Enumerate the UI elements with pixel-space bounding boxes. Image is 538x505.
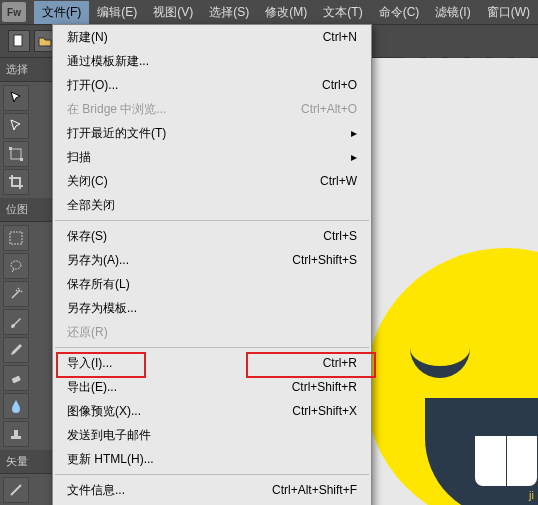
menu-file[interactable]: 文件(F) [34,1,89,24]
svg-point-5 [11,261,21,269]
menu-open[interactable]: 打开(O)...Ctrl+O [53,73,371,97]
svg-rect-2 [9,147,12,150]
svg-rect-0 [14,35,22,46]
section-bitmap-label: 位图 [0,198,59,222]
menu-modify[interactable]: 修改(M) [257,1,315,24]
pencil-tool-icon[interactable] [3,337,29,363]
svg-rect-4 [10,232,22,244]
menu-email[interactable]: 发送到电子邮件 [53,423,371,447]
eraser-tool-icon[interactable] [3,365,29,391]
svg-rect-7 [11,436,21,439]
menu-update-html[interactable]: 更新 HTML(H)... [53,447,371,471]
menu-view[interactable]: 视图(V) [145,1,201,24]
menu-bridge[interactable]: 在 Bridge 中浏览...Ctrl+Alt+O [53,97,371,121]
toolbar-new-icon[interactable] [8,30,30,52]
menu-image-preview[interactable]: 图像预览(X)...Ctrl+Shift+X [53,399,371,423]
section-vector-label: 矢量 [0,450,59,474]
menu-save-all[interactable]: 保存所有(L) [53,272,371,296]
file-menu-dropdown: 新建(N)Ctrl+N 通过模板新建... 打开(O)...Ctrl+O 在 B… [52,24,372,505]
menu-text[interactable]: 文本(T) [315,1,370,24]
menu-import[interactable]: 导入(I)...Ctrl+R [53,351,371,375]
wand-tool-icon[interactable] [3,281,29,307]
menu-close[interactable]: 关闭(C)Ctrl+W [53,169,371,193]
tools-panel: 选择 位图 矢量 T Web 颜色 [0,58,60,505]
menu-separator [55,347,369,348]
menubar: Fw 文件(F) 编辑(E) 视图(V) 选择(S) 修改(M) 文本(T) 命… [0,0,538,24]
svg-rect-6 [12,375,21,383]
stamp-tool-icon[interactable] [3,421,29,447]
menu-select[interactable]: 选择(S) [201,1,257,24]
menu-save-template[interactable]: 另存为模板... [53,296,371,320]
app-logo: Fw [2,2,26,22]
menu-new-template[interactable]: 通过模板新建... [53,49,371,73]
marquee-tool-icon[interactable] [3,225,29,251]
crop-tool-icon[interactable] [3,169,29,195]
menu-new[interactable]: 新建(N)Ctrl+N [53,25,371,49]
subselect-tool-icon[interactable] [3,113,29,139]
line-tool-icon[interactable] [3,477,29,503]
smiley-illustration [365,248,538,505]
menu-recent[interactable]: 打开最近的文件(T)▸ [53,121,371,145]
svg-line-9 [11,485,21,495]
menu-export[interactable]: 导出(E)...Ctrl+Shift+R [53,375,371,399]
menu-save-as[interactable]: 另存为(A)...Ctrl+Shift+S [53,248,371,272]
lasso-tool-icon[interactable] [3,253,29,279]
menu-close-all[interactable]: 全部关闭 [53,193,371,217]
menu-command[interactable]: 命令(C) [371,1,428,24]
svg-rect-3 [20,158,23,161]
menu-separator [55,474,369,475]
menu-window[interactable]: 窗口(W) [479,1,538,24]
menu-scan[interactable]: 扫描▸ [53,145,371,169]
blur-tool-icon[interactable] [3,393,29,419]
submenu-arrow-icon: ▸ [351,150,357,164]
menu-file-info[interactable]: 文件信息...Ctrl+Alt+Shift+F [53,478,371,502]
menu-revert[interactable]: 还原(R) [53,320,371,344]
menu-filter[interactable]: 滤镜(I) [427,1,478,24]
svg-rect-1 [11,149,21,159]
watermark-sub: ji [529,489,534,501]
pointer-tool-icon[interactable] [3,85,29,111]
scale-tool-icon[interactable] [3,141,29,167]
menu-save[interactable]: 保存(S)Ctrl+S [53,224,371,248]
menu-separator [55,220,369,221]
section-select-label: 选择 [0,58,59,82]
svg-rect-8 [14,430,18,436]
brush-tool-icon[interactable] [3,309,29,335]
submenu-arrow-icon: ▸ [351,126,357,140]
watermark-text: B [520,464,534,487]
menu-edit[interactable]: 编辑(E) [89,1,145,24]
smiley-eye-icon [410,338,470,378]
